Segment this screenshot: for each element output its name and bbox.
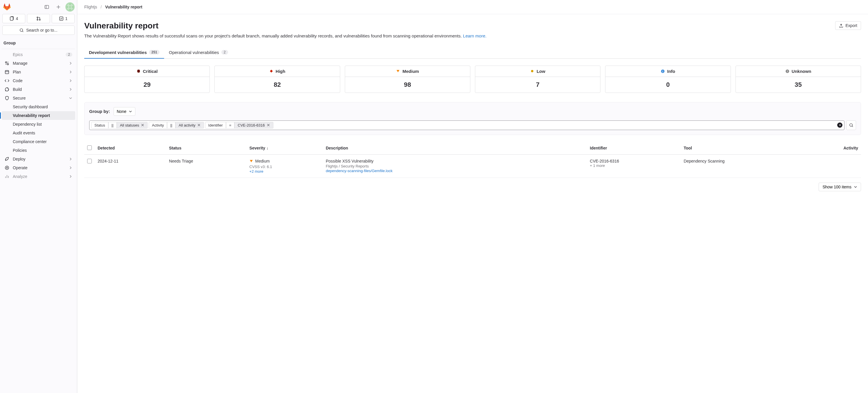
svg-point-4	[66, 3, 74, 11]
plus-icon[interactable]	[54, 2, 63, 11]
search-filter-button[interactable]	[846, 121, 856, 130]
gitlab-logo[interactable]	[2, 2, 11, 11]
search-icon	[849, 123, 854, 127]
sidebar-item-manage[interactable]: Manage	[2, 59, 75, 68]
vuln-title[interactable]: Possible XSS Vulnerability	[326, 159, 584, 163]
severity-card-medium[interactable]: Medium 98	[345, 66, 470, 93]
filter-token-status[interactable]: Status || All statuses✕	[91, 122, 148, 129]
low-count: 7	[475, 77, 600, 93]
info-count: 0	[606, 77, 730, 93]
svg-point-37	[849, 123, 852, 126]
issues-count: 4	[16, 16, 18, 21]
close-icon[interactable]: ✕	[197, 123, 201, 127]
svg-text:i: i	[662, 70, 663, 72]
page-title: Vulnerability report	[84, 21, 159, 30]
svg-point-12	[37, 19, 38, 20]
sidebar-subitem-security-dashboard[interactable]: Security dashboard	[2, 102, 75, 111]
severity-more-link[interactable]: +2 more	[250, 169, 264, 173]
tab-development-vulnerabilities[interactable]: Development vulnerabilities 251	[84, 46, 164, 58]
group-by-select[interactable]: None	[114, 107, 135, 116]
merge-request-icon	[36, 16, 41, 21]
col-identifier[interactable]: Identifier	[587, 142, 681, 155]
issue-icon	[9, 16, 14, 21]
group-by-label: Group by:	[89, 109, 110, 114]
medium-count: 98	[345, 77, 470, 93]
svg-rect-19	[5, 70, 9, 74]
user-avatar[interactable]	[65, 2, 75, 11]
unknown-icon: ?	[785, 69, 789, 73]
sidebar-subitem-policies[interactable]: Policies	[2, 146, 75, 155]
svg-point-11	[37, 17, 38, 18]
sidebar-item-build[interactable]: Build	[2, 85, 75, 94]
svg-marker-39	[250, 160, 253, 162]
manage-icon	[5, 61, 9, 66]
severity-card-critical[interactable]: Critical 29	[84, 66, 210, 93]
svg-point-8	[67, 6, 68, 7]
sidebar-subitem-audit-events[interactable]: Audit events	[2, 129, 75, 137]
breadcrumb-project[interactable]: Flightjs	[84, 5, 97, 9]
close-icon[interactable]: ✕	[141, 123, 144, 127]
chevron-right-icon	[69, 88, 72, 91]
col-status[interactable]: Status	[166, 142, 247, 155]
sidebar-item-secure[interactable]: Secure	[2, 94, 75, 102]
issues-counter-button[interactable]: 4	[2, 14, 25, 23]
filter-token-identifier[interactable]: Identifier = CVE-2016-6316✕	[205, 122, 273, 129]
sidebar-item-plan[interactable]: Plan	[2, 68, 75, 76]
col-activity[interactable]: Activity	[806, 142, 861, 155]
unknown-count: 35	[736, 77, 861, 93]
chevron-down-icon	[129, 110, 132, 113]
sidebar-item-analyze[interactable]: Analyze	[2, 172, 75, 181]
col-severity[interactable]: Severity↓	[247, 142, 323, 155]
col-description[interactable]: Description	[323, 142, 587, 155]
filters-section: Group by: None Status || All statuses✕	[84, 102, 861, 135]
svg-point-24	[5, 166, 9, 169]
svg-text:?: ?	[786, 70, 788, 72]
col-detected[interactable]: Detected	[95, 142, 166, 155]
chevron-right-icon	[69, 79, 72, 83]
collapse-sidebar-icon[interactable]	[42, 2, 52, 11]
chevron-down-icon	[854, 185, 857, 189]
svg-line-16	[23, 31, 24, 32]
deploy-icon	[5, 157, 9, 161]
code-icon	[5, 78, 9, 83]
svg-marker-29	[137, 70, 140, 72]
low-icon	[530, 69, 534, 73]
row-checkbox[interactable]	[87, 159, 92, 163]
show-items-button[interactable]: Show 100 items	[818, 183, 861, 191]
sidebar-subitem-vulnerability-report[interactable]: Vulnerability report	[2, 111, 75, 120]
filter-token-activity[interactable]: Activity || All activity✕	[149, 122, 204, 129]
sidebar-item-code[interactable]: Code	[2, 76, 75, 85]
cell-activity	[806, 155, 861, 177]
sidebar-item-deploy[interactable]: Deploy	[2, 155, 75, 163]
sidebar-item-operate[interactable]: Operate	[2, 163, 75, 172]
filter-input[interactable]: Status || All statuses✕ Activity || All …	[89, 121, 844, 130]
svg-point-7	[69, 9, 70, 10]
info-icon: i	[661, 69, 665, 73]
build-icon	[5, 87, 9, 92]
learn-more-link[interactable]: Learn more.	[463, 33, 487, 38]
sidebar-header	[0, 0, 77, 14]
select-all-checkbox[interactable]	[87, 145, 92, 150]
merge-requests-counter-button[interactable]	[27, 14, 50, 23]
svg-point-9	[72, 6, 73, 7]
todos-counter-button[interactable]: 1	[52, 14, 75, 23]
search-label: Search or go to...	[26, 28, 57, 33]
severity-card-info[interactable]: iInfo 0	[605, 66, 731, 93]
todos-count: 1	[65, 16, 68, 21]
severity-card-unknown[interactable]: ?Unknown 35	[736, 66, 861, 93]
sidebar-subitem-dependency-list[interactable]: Dependency list	[2, 120, 75, 129]
col-tool[interactable]: Tool	[681, 142, 806, 155]
tab-operational-vulnerabilities[interactable]: Operational vulnerabilities 2	[164, 46, 232, 58]
analyze-icon	[5, 174, 9, 179]
search-button[interactable]: Search or go to...	[2, 26, 75, 35]
severity-card-high[interactable]: High 82	[214, 66, 340, 93]
cell-tool: Dependency Scanning	[681, 155, 806, 177]
severity-card-low[interactable]: Low 7	[475, 66, 600, 93]
clear-filters-button[interactable]: ✕	[837, 123, 842, 128]
close-icon[interactable]: ✕	[267, 123, 270, 127]
vuln-file-link[interactable]: dependency-scanning-files/Gemfile.lock	[326, 169, 393, 173]
vulnerabilities-table: Detected Status Severity↓ Description Id…	[84, 142, 861, 178]
sidebar-subitem-compliance-center[interactable]: Compliance center	[2, 137, 75, 146]
sidebar-item-epics[interactable]: Epics 2	[2, 50, 75, 59]
export-button[interactable]: Export	[835, 21, 861, 30]
